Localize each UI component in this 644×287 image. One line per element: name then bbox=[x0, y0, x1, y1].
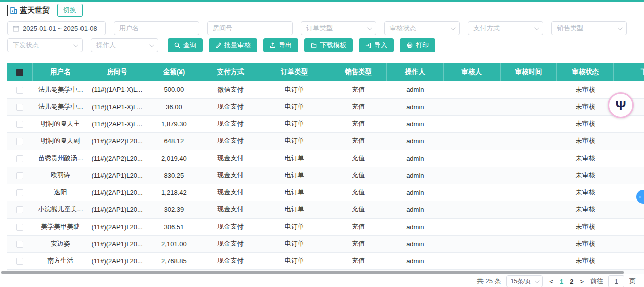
goto-page-input[interactable]: 1 bbox=[608, 275, 624, 287]
operator-select[interactable]: 操作人 bbox=[91, 38, 158, 52]
cell-sale: 充值 bbox=[330, 81, 387, 98]
audit-status-select[interactable]: 审核状态 bbox=[384, 21, 460, 35]
username-input[interactable]: 用户名 bbox=[114, 21, 199, 35]
pay-method-placeholder: 支付方式 bbox=[473, 24, 500, 33]
cell-sale: 充值 bbox=[330, 184, 387, 201]
toolbar: 查询 批量审核 导出 下载模板 bbox=[168, 38, 435, 52]
total-count: 共 25 条 bbox=[477, 277, 501, 286]
dispatch-status-select[interactable]: 下发状态 bbox=[7, 38, 83, 52]
table-row: 法儿曼美学中...(11#)(1AP1-X)L...500.00微信支付电订单充… bbox=[7, 81, 644, 98]
cell-audit_time bbox=[500, 167, 557, 184]
query-button[interactable]: 查询 bbox=[168, 38, 203, 52]
cell-room: (11#)(2AP1)L20... bbox=[89, 252, 145, 269]
table-header-row: 用户名房间号金额(¥)支付方式订单类型销售类型操作人审核人审核时间审核状态下发状… bbox=[7, 63, 644, 81]
cell-dispatch[interactable]: 操作 bbox=[614, 132, 644, 150]
row-checkbox[interactable] bbox=[16, 121, 23, 128]
cell-dispatch[interactable]: 操作 bbox=[614, 150, 644, 167]
cell-auditor bbox=[443, 201, 500, 218]
row-checkbox[interactable] bbox=[16, 206, 23, 213]
cell-audit_time bbox=[500, 132, 557, 150]
table-row: 小浣熊儿童美...(11#)(2AP1)L20...302.39现金支付电订单充… bbox=[7, 201, 644, 218]
switch-button[interactable]: 切换 bbox=[57, 4, 83, 17]
cell-dispatch[interactable]: 操作 bbox=[614, 218, 644, 235]
row-checkbox[interactable] bbox=[16, 138, 23, 145]
next-page-button[interactable]: > bbox=[578, 278, 585, 285]
prev-page-button[interactable]: < bbox=[548, 278, 555, 285]
filter-row-2: 下发状态 操作人 查询 批量审核 导出 bbox=[7, 38, 435, 52]
row-checkbox[interactable] bbox=[16, 104, 23, 111]
horizontal-scrollbar-thumb[interactable] bbox=[1, 271, 624, 274]
export-icon bbox=[270, 42, 276, 48]
column-header-8: 审核人 bbox=[443, 63, 500, 81]
company-title-box[interactable]: 蓝天世贸 bbox=[7, 5, 52, 16]
row-select-cell[interactable] bbox=[7, 252, 32, 269]
cell-pay: 现金支付 bbox=[202, 201, 259, 218]
cell-amount: 648.12 bbox=[145, 132, 202, 150]
cell-dispatch[interactable]: 操作 bbox=[614, 235, 644, 252]
row-checkbox[interactable] bbox=[16, 189, 23, 196]
row-select-cell[interactable] bbox=[7, 81, 32, 98]
cell-pay: 现金支付 bbox=[202, 218, 259, 235]
company-name: 蓝天世贸 bbox=[20, 6, 50, 15]
row-checkbox[interactable] bbox=[16, 241, 23, 248]
table-row: 美学美甲美睫(11#)(2AP1)L20...306.51现金支付电订单充值ad… bbox=[7, 218, 644, 235]
page-size-select[interactable]: 15条/页 bbox=[506, 275, 543, 287]
order-type-select[interactable]: 订单类型 bbox=[301, 21, 376, 35]
cell-room: (11#)(2AP1)L20... bbox=[89, 218, 145, 235]
row-select-cell[interactable] bbox=[7, 201, 32, 218]
floating-logo-badge[interactable]: Ψ bbox=[608, 92, 634, 118]
row-select-cell[interactable] bbox=[7, 98, 32, 115]
cell-sale: 充值 bbox=[330, 252, 387, 269]
cell-pay: 现金支付 bbox=[202, 150, 259, 167]
date-range-value: 2025-01-01 ~ 2025-01-08 bbox=[23, 25, 97, 32]
batch-audit-button[interactable]: 批量审核 bbox=[209, 38, 257, 52]
row-select-cell[interactable] bbox=[7, 235, 32, 252]
column-header-10: 审核状态 bbox=[557, 63, 614, 81]
select-all-checkbox[interactable] bbox=[16, 69, 23, 76]
download-template-icon bbox=[311, 42, 317, 48]
row-select-cell[interactable] bbox=[7, 115, 32, 132]
date-range-input[interactable]: 2025-01-01 ~ 2025-01-08 bbox=[7, 21, 106, 35]
horizontal-scrollbar[interactable] bbox=[0, 271, 637, 275]
sale-type-select[interactable]: 销售类型 bbox=[551, 21, 627, 35]
room-number-input[interactable]: 房间号 bbox=[207, 21, 293, 35]
import-button[interactable]: 导入 bbox=[359, 38, 394, 52]
download-template-button[interactable]: 下载模板 bbox=[304, 38, 353, 52]
cell-status: 未审核 bbox=[557, 150, 614, 167]
row-select-cell[interactable] bbox=[7, 167, 32, 184]
page-number-2[interactable]: 2 bbox=[570, 278, 573, 285]
cell-dispatch[interactable]: 操作 bbox=[614, 201, 644, 218]
cell-dispatch[interactable]: 操作 bbox=[614, 252, 644, 269]
cell-operator: admin bbox=[386, 235, 443, 252]
row-checkbox[interactable] bbox=[16, 258, 23, 265]
cell-auditor bbox=[443, 150, 500, 167]
cell-pay: 现金支付 bbox=[202, 184, 259, 201]
cell-sale: 充值 bbox=[330, 167, 387, 184]
cell-operator: admin bbox=[386, 201, 443, 218]
row-select-cell[interactable] bbox=[7, 132, 32, 150]
cell-dispatch[interactable]: 操作 bbox=[614, 167, 644, 184]
cell-room: (11#)(1AP1-X)L... bbox=[89, 98, 145, 115]
print-button[interactable]: 打印 bbox=[400, 38, 435, 52]
column-header-9: 审核时间 bbox=[500, 63, 557, 81]
column-header-4: 支付方式 bbox=[202, 63, 259, 81]
pay-method-select[interactable]: 支付方式 bbox=[468, 21, 543, 35]
search-icon bbox=[174, 42, 180, 48]
row-select-cell[interactable] bbox=[7, 218, 32, 235]
row-checkbox[interactable] bbox=[16, 87, 23, 94]
row-select-cell[interactable] bbox=[7, 150, 32, 167]
row-checkbox[interactable] bbox=[16, 155, 23, 162]
select-all-header[interactable] bbox=[7, 63, 32, 81]
cell-order: 电订单 bbox=[259, 115, 330, 132]
chevron-down-icon bbox=[149, 42, 154, 47]
cell-room: (11#)(2AP1)L20... bbox=[89, 235, 145, 252]
row-checkbox[interactable] bbox=[16, 172, 23, 179]
cell-status: 未审核 bbox=[557, 167, 614, 184]
page-number-1[interactable]: 1 bbox=[560, 278, 564, 285]
row-checkbox[interactable] bbox=[16, 224, 23, 231]
chevron-left-icon: ‹ bbox=[639, 193, 641, 200]
row-select-cell[interactable] bbox=[7, 184, 32, 201]
export-button[interactable]: 导出 bbox=[263, 38, 298, 52]
cell-audit_time bbox=[500, 184, 557, 201]
cell-status: 未审核 bbox=[557, 235, 614, 252]
